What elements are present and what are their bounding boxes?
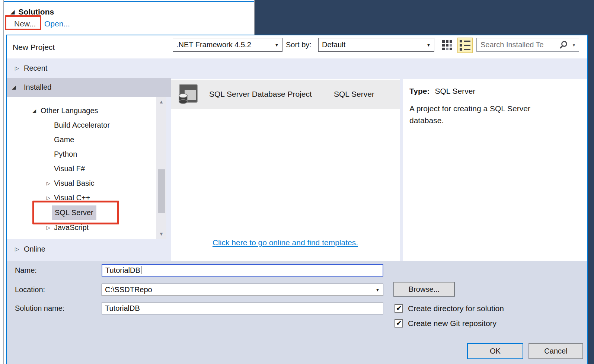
search-input[interactable]: Search Installed Te ▼ — [476, 38, 579, 52]
template-description: A project for creating a SQL Server data… — [409, 103, 555, 127]
framework-select-value: .NET Framework 4.5.2 — [176, 38, 251, 51]
text-caret — [141, 266, 141, 274]
tree-item-game[interactable]: Game — [7, 132, 166, 147]
browse-button[interactable]: Browse... — [393, 282, 455, 297]
tree-item-python[interactable]: Python — [7, 147, 166, 162]
tree-item-label: Build Accelerator — [54, 118, 110, 132]
tree-item-label: JavaScript — [54, 220, 89, 235]
screen: ◢Solutions New... Open... New Project ? … — [0, 0, 594, 364]
template-name: SQL Server Database Project — [209, 80, 312, 109]
project-form: Name: TutorialDB Location: C:\SSDTRepo ▼… — [7, 261, 587, 364]
category-installed[interactable]: ◢ Installed — [7, 78, 171, 97]
chevron-down-icon[interactable]: ▼ — [376, 288, 380, 292]
solutions-header[interactable]: ◢Solutions — [10, 6, 54, 18]
tree-item-label: Python — [54, 147, 77, 162]
location-value: C:\SSDTRepo — [105, 284, 152, 295]
collapsed-icon[interactable]: ▷ — [15, 239, 19, 259]
solution-name-label: Solution name: — [15, 302, 64, 314]
category-label: Installed — [24, 78, 52, 97]
search-icon — [559, 40, 568, 51]
chevron-down-icon: ▼ — [275, 43, 279, 47]
checkbox-checked-icon[interactable]: ✔ — [395, 319, 403, 328]
dialog-title: New Project — [13, 40, 55, 55]
cancel-button[interactable]: Cancel — [528, 343, 583, 359]
chevron-down-icon: ▼ — [427, 43, 431, 47]
expanded-icon: ◢ — [10, 9, 15, 15]
category-label: Online — [24, 239, 45, 259]
tree-item-label-selected: SQL Server — [52, 205, 96, 220]
template-info-panel: Type:SQL Server A project for creating a… — [403, 79, 587, 261]
location-combobox[interactable]: C:\SSDTRepo ▼ — [102, 284, 383, 296]
tree-item-sql-server[interactable]: SQL Server — [7, 205, 166, 220]
list-view-icon — [460, 40, 470, 51]
open-solution-link[interactable]: Open... — [44, 17, 70, 30]
tree-item-other-languages[interactable]: ◢ Other Languages — [7, 103, 166, 118]
solution-name-value: TutorialDB — [105, 303, 140, 314]
new-solution-link[interactable]: New... — [14, 17, 36, 30]
create-git-label: Create new Git repository — [408, 318, 496, 329]
tree-item-build-accelerator[interactable]: Build Accelerator — [7, 118, 166, 132]
collapsed-icon[interactable]: ▷ — [47, 176, 50, 191]
panel-separator — [400, 79, 403, 261]
create-directory-label: Create directory for solution — [408, 303, 504, 314]
tree-item-label: Visual F# — [54, 162, 85, 176]
solution-name-field[interactable]: TutorialDB — [102, 302, 383, 314]
category-panel: ▷ Recent ◢ Installed ◢ Other Languages B… — [7, 58, 171, 261]
type-label: Type: — [409, 87, 429, 95]
template-type: SQL Server — [334, 80, 374, 109]
tree-item-visual-basic[interactable]: ▷ Visual Basic — [7, 176, 166, 191]
category-label: Recent — [24, 58, 47, 78]
collapsed-icon[interactable]: ▷ — [47, 220, 50, 235]
go-online-link[interactable]: Click here to go online and find templat… — [171, 238, 400, 247]
collapsed-icon[interactable]: ▷ — [47, 191, 50, 205]
name-value: TutorialDB — [105, 266, 140, 274]
solutions-header-label: Solutions — [19, 7, 54, 16]
name-field[interactable]: TutorialDB — [102, 264, 383, 277]
template-list: SQL Server Database Project SQL Server C… — [171, 79, 400, 261]
search-scope-dropdown-icon[interactable]: ▼ — [572, 43, 576, 47]
tree-scrollbar[interactable]: ▲ ▼ — [156, 97, 166, 239]
template-type-row: Type:SQL Server — [409, 86, 475, 96]
tree-item-label: Game — [54, 132, 74, 147]
expanded-icon[interactable]: ◢ — [32, 103, 36, 118]
checkbox-checked-icon[interactable]: ✔ — [395, 304, 403, 313]
tree-item-javascript[interactable]: ▷ JavaScript — [7, 220, 166, 235]
framework-select[interactable]: .NET Framework 4.5.2 ▼ — [173, 38, 282, 52]
new-project-dialog: New Project ? ✕ ▷ Recent ◢ Installed ◢ O… — [6, 35, 588, 364]
name-label: Name: — [15, 264, 37, 277]
database-project-icon — [178, 83, 199, 106]
location-label: Location: — [15, 284, 45, 296]
installed-tree: ◢ Other Languages Build Accelerator Game… — [7, 97, 166, 239]
panel-separator — [254, 0, 255, 35]
icon-view-button[interactable] — [440, 38, 455, 53]
tree-item-visual-fsharp[interactable]: Visual F# — [7, 162, 166, 176]
list-view-button[interactable] — [457, 38, 473, 53]
team-explorer-panel: ◢Solutions New... Open... — [4, 1, 254, 35]
collapsed-icon[interactable]: ▷ — [15, 58, 19, 78]
grid-view-icon — [442, 40, 452, 50]
type-value: SQL Server — [435, 87, 475, 95]
scrollbar-thumb[interactable] — [158, 169, 165, 213]
tree-item-label: Other Languages — [41, 103, 98, 118]
sort-select-value: Default — [322, 38, 345, 51]
tree-item-visual-cpp[interactable]: ▷ Visual C++ — [7, 191, 166, 205]
ok-button[interactable]: OK — [467, 343, 523, 359]
search-placeholder: Search Installed Te — [480, 38, 555, 51]
window-edge-line — [3, 0, 4, 364]
panel-top-border — [4, 1, 254, 2]
template-item-sql-server-database-project[interactable]: SQL Server Database Project SQL Server — [171, 80, 400, 109]
tree-item-label: Visual Basic — [54, 176, 95, 191]
expanded-icon[interactable]: ◢ — [12, 78, 16, 97]
sort-select[interactable]: Default ▼ — [318, 38, 434, 52]
scroll-down-icon[interactable]: ▼ — [156, 230, 166, 239]
category-online[interactable]: ▷ Online — [7, 239, 171, 259]
scroll-up-icon[interactable]: ▲ — [156, 98, 166, 106]
category-recent[interactable]: ▷ Recent — [7, 58, 171, 78]
sort-by-label: Sort by: — [286, 38, 312, 52]
tree-item-label: Visual C++ — [54, 191, 90, 205]
